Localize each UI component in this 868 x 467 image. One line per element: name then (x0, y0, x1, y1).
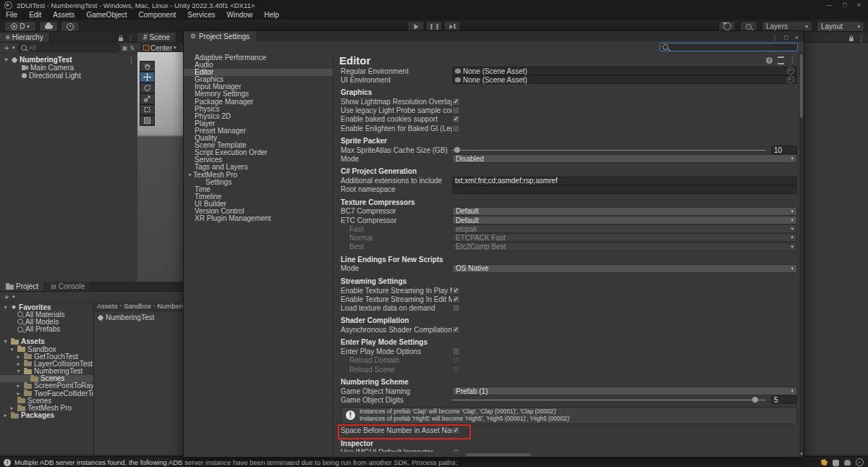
scene-picker-icon[interactable]: ▣ (122, 45, 128, 51)
breadcrumb-numberingtest[interactable]: NumberingT (157, 302, 184, 310)
settings-category-tags-and-layers[interactable]: Tags and Layers (184, 164, 333, 171)
cloud-button[interactable] (39, 21, 58, 32)
settings-search-field[interactable] (660, 43, 798, 51)
slider-knob[interactable] (454, 147, 460, 153)
show-lightmap-resolution-overlay-checkbox[interactable]: ✓ (452, 98, 460, 106)
services-button[interactable] (61, 21, 80, 32)
move-tool-button[interactable] (140, 72, 155, 83)
breadcrumb-sandbox[interactable]: Sandbox (124, 302, 151, 310)
help-icon[interactable]: ? (766, 57, 773, 64)
kebab-menu-icon[interactable]: ⋮ (858, 35, 864, 42)
project-tree-item-layercollisiontest[interactable]: ▸LayerCollisionTest (0, 360, 93, 367)
kebab-menu-icon[interactable]: ⋮ (128, 56, 137, 64)
chevron-right-icon[interactable]: ▸ (2, 412, 9, 418)
project-tree-item-twofacecollidertest[interactable]: ▸TwoFaceColliderTest (0, 390, 93, 397)
project-tree-item-all-materials[interactable]: All Materials (0, 311, 93, 318)
settings-vertical-scrollbar[interactable]: ▼ (799, 52, 804, 457)
menu-window[interactable]: Window (221, 11, 259, 19)
load-texture-data-on-demand-checkbox[interactable] (452, 304, 460, 312)
sort-icon[interactable]: ⇅ (129, 45, 135, 51)
settings-category-xr-plugin-management[interactable]: XR Plugin Management (184, 215, 333, 222)
mode-dropdown[interactable]: OS Native▾ (452, 264, 797, 273)
menu-assets[interactable]: Assets (47, 11, 80, 19)
menu-help[interactable]: Help (258, 11, 285, 19)
chevron-down-icon[interactable]: ▾ (3, 56, 9, 63)
menu-file[interactable]: File (0, 11, 23, 19)
menu-edit[interactable]: Edit (23, 11, 47, 19)
chevron-down-icon[interactable]: ▾ (187, 172, 193, 179)
tab-project-settings[interactable]: ⚙ Project Settings (184, 31, 256, 41)
use-legacy-light-probe-sample-counts-checkbox[interactable] (452, 106, 460, 114)
scale-tool-button[interactable] (140, 93, 155, 104)
kebab-menu-icon[interactable]: ⋮ (771, 34, 778, 41)
asynchronous-shader-compilation-checkbox[interactable]: ✓ (452, 326, 460, 334)
hierarchy-scene-row[interactable]: ▾ NumberingTest ⋮ (0, 56, 137, 64)
rotate-tool-button[interactable] (140, 83, 155, 93)
breadcrumb-assets[interactable]: Assets (97, 302, 118, 310)
maximize-icon[interactable]: □ (784, 34, 788, 41)
regular-environment-object-field[interactable]: None (Scene Asset) (452, 67, 797, 75)
project-tree-item-packages[interactable]: ▸Packages (0, 412, 93, 419)
rect-tool-button[interactable] (140, 104, 155, 115)
chevron-right-icon[interactable]: ▸ (15, 390, 22, 397)
project-tree-item-scenes[interactable]: Scenes (0, 397, 93, 404)
chevron-down-icon[interactable]: ▾ (2, 304, 9, 311)
settings-horizontal-scrollbar[interactable] (466, 453, 531, 456)
etc-compressor-dropdown[interactable]: Default▾ (452, 216, 797, 224)
chevron-down-icon[interactable]: ▾ (12, 45, 15, 51)
transform-tool-button[interactable] (140, 115, 155, 126)
hierarchy-item-directional-light[interactable]: Directional Light (0, 72, 137, 80)
project-tree-item-screenpointtoraytest[interactable]: ▸ScreenPointToRayTest (0, 382, 93, 390)
max-spriteatlas-cache-size-gb-slider[interactable] (452, 150, 766, 151)
enable-enlighten-for-baked-gi-legacy-checkbox[interactable] (452, 125, 460, 132)
chevron-down-icon[interactable]: ▾ (15, 368, 22, 374)
bake-status-icon[interactable] (821, 459, 827, 466)
close-icon[interactable]: × (795, 34, 799, 41)
layout-dropdown[interactable]: Layout ▾ (817, 21, 864, 32)
lock-icon[interactable] (119, 38, 123, 41)
chevron-right-icon[interactable]: ▸ (15, 361, 22, 367)
project-tree-item-sandbox[interactable]: ▾Sandbox (0, 345, 93, 353)
project-tree-item-all-models[interactable]: All Models (0, 318, 93, 325)
slider-knob[interactable] (752, 397, 758, 403)
tab-scene[interactable]: # Scene (137, 33, 176, 42)
settings-search-input[interactable] (671, 43, 795, 51)
mode-dropdown[interactable]: Disabled▾ (452, 154, 797, 163)
bc7-compressor-dropdown[interactable]: Default▾ (452, 207, 797, 216)
menu-gameobject[interactable]: GameObject (80, 11, 132, 19)
preset-icon[interactable] (778, 56, 784, 64)
scrollbar-thumb[interactable] (800, 54, 803, 118)
max-spriteatlas-cache-size-gb-value[interactable]: 10 (771, 146, 797, 154)
menu-services[interactable]: Services (182, 11, 221, 19)
hierarchy-item-main-camera[interactable]: Main Camera (0, 64, 137, 72)
chevron-down-icon[interactable]: ▾ (9, 346, 15, 353)
enable-texture-streaming-in-edit-mode-checkbox[interactable]: ✓ (452, 295, 460, 303)
project-tree-item-numberingtest[interactable]: ▾NumberingTest (0, 368, 93, 375)
hierarchy-search-field[interactable] (17, 43, 120, 52)
maximize-icon[interactable]: □ (843, 1, 846, 9)
pivot-toggle-button[interactable]: Center ▾ (140, 43, 179, 53)
collab-status-icon[interactable] (844, 460, 851, 466)
menu-component[interactable]: Component (133, 11, 182, 19)
additional-extensions-to-include-field[interactable]: txt;xml;fnt;cd;asmdef;rsp;asmref (452, 177, 797, 185)
chevron-down-icon[interactable]: ▾ (2, 338, 9, 345)
close-icon[interactable]: × (857, 1, 861, 9)
enable-baked-cookies-support-checkbox[interactable]: ✓ (452, 115, 460, 123)
status-bar[interactable]: ! Multiple ADB server instances found, t… (0, 456, 868, 467)
asset-item-numberingtest[interactable]: NumberingTest (94, 313, 184, 322)
kebab-menu-icon[interactable]: ⋮ (127, 35, 134, 42)
project-tree-item-textmesh-pro[interactable]: ▸TextMesh Pro (0, 404, 93, 411)
ui-environment-object-field[interactable]: None (Scene Asset) (452, 75, 797, 84)
activity-check-icon[interactable]: ✓ (856, 458, 864, 466)
enter-play-mode-options-checkbox[interactable] (452, 348, 460, 355)
chevron-right-icon[interactable]: ▸ (9, 405, 15, 411)
hierarchy-search-input[interactable] (29, 44, 116, 51)
project-tree-item-all-prefabs[interactable]: All Prefabs (0, 326, 93, 333)
object-picker-icon[interactable] (787, 67, 794, 75)
lock-icon[interactable] (849, 38, 854, 41)
create-asset-button[interactable]: ＋ (3, 292, 10, 302)
pan-tool-button[interactable] (140, 61, 155, 72)
tab-project[interactable]: Project (0, 282, 45, 291)
project-tree-item-gettouchtest[interactable]: ▸GetTouchTest (0, 353, 93, 360)
add-object-button[interactable]: ＋ (3, 43, 10, 53)
